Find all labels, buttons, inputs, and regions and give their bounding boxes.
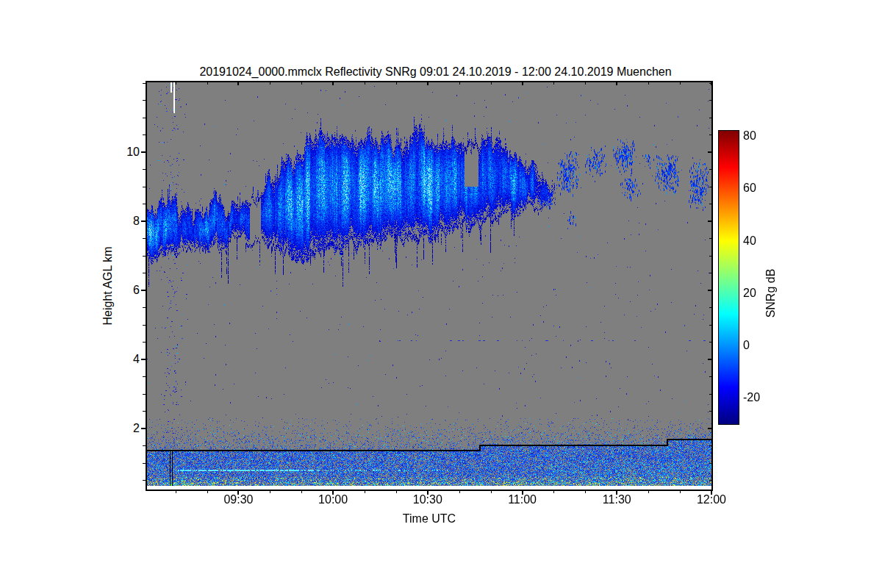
y-minor-tick — [143, 187, 146, 187]
y-major-tick — [141, 290, 146, 291]
y-minor-tick — [143, 238, 146, 239]
y-minor-tick-right — [709, 100, 711, 101]
y-major-tick — [141, 151, 146, 153]
y-minor-tick-right — [709, 118, 711, 118]
y-major-tick — [141, 359, 146, 360]
x-major-tick-top — [427, 82, 429, 85]
y-minor-tick — [143, 204, 146, 204]
y-minor-tick-right — [709, 187, 711, 187]
y-minor-tick — [143, 445, 146, 446]
x-minor-tick — [491, 491, 492, 493]
x-tick-label: 11:30 — [595, 494, 639, 506]
y-minor-tick — [143, 169, 146, 170]
y-minor-tick — [143, 307, 146, 308]
y-minor-tick — [143, 273, 146, 273]
y-tick-label: 4 — [112, 354, 140, 365]
y-minor-tick-right — [709, 135, 711, 135]
y-minor-tick-right — [709, 445, 711, 446]
y-major-tick — [141, 428, 146, 429]
y-tick-label: 2 — [112, 423, 140, 434]
y-minor-tick-right — [709, 394, 711, 395]
colorbar-label: SNRg dB — [764, 269, 778, 318]
y-minor-tick — [143, 83, 146, 84]
x-minor-tick-top — [648, 82, 649, 85]
y-axis-label: Height AGL km — [101, 246, 115, 325]
x-minor-tick — [648, 491, 649, 493]
y-minor-tick — [143, 411, 146, 412]
x-tick-label: 10:00 — [311, 494, 355, 506]
y-minor-tick — [143, 135, 146, 135]
y-minor-tick-right — [709, 463, 711, 464]
y-major-tick-right — [708, 359, 711, 360]
y-major-tick — [141, 220, 146, 222]
x-major-tick-top — [616, 82, 617, 85]
y-minor-tick-right — [709, 83, 711, 84]
x-minor-tick-top — [301, 82, 302, 85]
x-tick-label: 09:30 — [216, 494, 260, 506]
y-minor-tick — [143, 118, 146, 118]
plot-area-border — [146, 81, 713, 491]
y-major-tick-right — [708, 151, 711, 153]
y-minor-tick — [143, 394, 146, 395]
x-minor-tick — [680, 491, 681, 493]
colorbar-tick-label: 60 — [743, 182, 774, 194]
chart-title: 20191024_0000.mmclx Reflectivity SNRg 09… — [147, 65, 724, 79]
x-major-tick-top — [522, 82, 523, 85]
x-minor-tick-top — [553, 82, 554, 85]
y-tick-label: 6 — [112, 284, 140, 296]
y-minor-tick-right — [709, 411, 711, 412]
x-minor-tick — [365, 491, 365, 493]
y-major-tick-right — [708, 290, 711, 291]
x-minor-tick-top — [207, 82, 208, 85]
x-axis-label: Time UTC — [147, 512, 711, 526]
x-minor-tick — [176, 491, 176, 493]
x-minor-tick-top — [585, 82, 586, 85]
colorbar — [718, 130, 739, 425]
y-minor-tick — [143, 480, 146, 481]
y-minor-tick-right — [709, 480, 711, 481]
y-minor-tick — [143, 256, 146, 257]
y-minor-tick — [143, 342, 146, 343]
y-minor-tick-right — [709, 342, 711, 343]
y-minor-tick-right — [709, 169, 711, 170]
x-minor-tick — [270, 491, 270, 493]
colorbar-tick-label: 40 — [743, 235, 774, 247]
x-minor-tick-top — [491, 82, 492, 85]
x-minor-tick-top — [680, 82, 681, 85]
x-tick-label: 10:30 — [406, 494, 450, 506]
y-minor-tick-right — [709, 238, 711, 239]
y-tick-label: 8 — [112, 215, 140, 227]
x-minor-tick — [553, 491, 554, 493]
y-major-tick-right — [708, 428, 711, 429]
y-minor-tick-right — [709, 376, 711, 377]
y-tick-label: 10 — [112, 146, 140, 158]
x-minor-tick-top — [365, 82, 365, 85]
x-minor-tick — [207, 491, 208, 493]
colorbar-tick-label: 0 — [743, 340, 774, 351]
x-minor-tick — [585, 491, 586, 493]
x-major-tick-top — [332, 82, 334, 85]
y-minor-tick-right — [709, 273, 711, 273]
colorbar-tick-label: -20 — [743, 392, 774, 404]
y-minor-tick — [143, 100, 146, 101]
y-minor-tick — [143, 463, 146, 464]
y-minor-tick — [143, 325, 146, 326]
x-minor-tick — [396, 491, 397, 493]
radar-reflectivity-figure: 20191024_0000.mmclx Reflectivity SNRg 09… — [0, 0, 882, 588]
y-minor-tick-right — [709, 256, 711, 257]
y-major-tick-right — [708, 220, 711, 222]
x-minor-tick — [459, 491, 460, 493]
y-minor-tick-right — [709, 204, 711, 204]
x-tick-label: 11:00 — [501, 494, 545, 506]
colorbar-tick-label: 80 — [743, 130, 774, 142]
y-minor-tick-right — [709, 325, 711, 326]
x-minor-tick-top — [396, 82, 397, 85]
x-minor-tick-top — [270, 82, 270, 85]
x-major-tick-top — [237, 82, 239, 85]
x-minor-tick — [301, 491, 302, 493]
x-minor-tick-top — [176, 82, 176, 85]
y-minor-tick — [143, 376, 146, 377]
y-minor-tick-right — [709, 307, 711, 308]
x-tick-label: 12:00 — [689, 494, 734, 506]
x-minor-tick-top — [459, 82, 460, 85]
